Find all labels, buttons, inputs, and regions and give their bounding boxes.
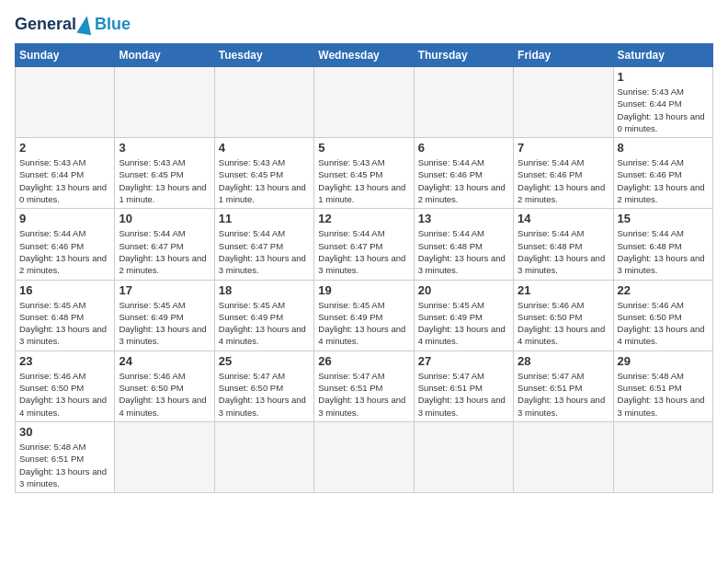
day-info: Sunrise: 5:47 AM Sunset: 6:51 PM Dayligh…: [518, 370, 609, 419]
day-info: Sunrise: 5:44 AM Sunset: 6:46 PM Dayligh…: [19, 227, 110, 276]
calendar-cell: 19Sunrise: 5:45 AM Sunset: 6:49 PM Dayli…: [314, 280, 414, 350]
calendar-cell: 11Sunrise: 5:44 AM Sunset: 6:47 PM Dayli…: [214, 209, 313, 280]
calendar-cell: [414, 67, 513, 138]
calendar-cell: [115, 421, 214, 492]
calendar-cell: 22Sunrise: 5:46 AM Sunset: 6:50 PM Dayli…: [613, 280, 712, 350]
weekday-header-tuesday: Tuesday: [214, 44, 313, 67]
day-info: Sunrise: 5:46 AM Sunset: 6:50 PM Dayligh…: [19, 370, 110, 419]
calendar-cell: [214, 421, 313, 492]
day-number: 22: [618, 283, 709, 297]
day-info: Sunrise: 5:44 AM Sunset: 6:46 PM Dayligh…: [518, 156, 609, 205]
day-number: 5: [318, 141, 409, 155]
day-info: Sunrise: 5:43 AM Sunset: 6:45 PM Dayligh…: [119, 156, 210, 205]
day-info: Sunrise: 5:47 AM Sunset: 6:51 PM Dayligh…: [318, 370, 409, 419]
day-number: 20: [418, 283, 509, 297]
day-number: 25: [219, 354, 310, 368]
day-info: Sunrise: 5:43 AM Sunset: 6:45 PM Dayligh…: [219, 156, 310, 205]
day-info: Sunrise: 5:47 AM Sunset: 6:51 PM Dayligh…: [418, 370, 509, 419]
day-info: Sunrise: 5:43 AM Sunset: 6:44 PM Dayligh…: [19, 156, 110, 205]
calendar-cell: [314, 67, 414, 138]
calendar-cell: [514, 421, 613, 492]
day-number: 19: [318, 283, 409, 297]
weekday-header-thursday: Thursday: [414, 44, 513, 67]
day-number: 9: [19, 212, 110, 225]
day-number: 12: [318, 212, 409, 225]
calendar-cell: 16Sunrise: 5:45 AM Sunset: 6:48 PM Dayli…: [16, 280, 115, 350]
weekday-header-friday: Friday: [514, 44, 613, 67]
day-number: 1: [618, 70, 709, 84]
weekday-header-monday: Monday: [115, 44, 214, 67]
day-number: 6: [418, 141, 509, 155]
calendar-cell: 18Sunrise: 5:45 AM Sunset: 6:49 PM Dayli…: [214, 280, 313, 350]
day-info: Sunrise: 5:44 AM Sunset: 6:47 PM Dayligh…: [119, 227, 210, 276]
day-number: 16: [19, 283, 110, 297]
calendar-cell: 9Sunrise: 5:44 AM Sunset: 6:46 PM Daylig…: [16, 209, 115, 280]
weekday-header-sunday: Sunday: [16, 44, 115, 67]
calendar-cell: 30Sunrise: 5:48 AM Sunset: 6:51 PM Dayli…: [16, 421, 115, 492]
weekday-header-wednesday: Wednesday: [314, 44, 414, 67]
day-info: Sunrise: 5:47 AM Sunset: 6:50 PM Dayligh…: [219, 370, 310, 419]
calendar-cell: 1Sunrise: 5:43 AM Sunset: 6:44 PM Daylig…: [613, 67, 712, 138]
day-number: 29: [618, 354, 709, 368]
day-number: 28: [518, 354, 609, 368]
day-number: 18: [219, 283, 310, 297]
calendar-cell: 15Sunrise: 5:44 AM Sunset: 6:48 PM Dayli…: [613, 209, 712, 280]
day-number: 10: [119, 212, 210, 225]
calendar-cell: 21Sunrise: 5:46 AM Sunset: 6:50 PM Dayli…: [514, 280, 613, 350]
day-number: 23: [19, 354, 110, 368]
calendar-cell: 24Sunrise: 5:46 AM Sunset: 6:50 PM Dayli…: [115, 350, 214, 421]
calendar-cell: [613, 421, 712, 492]
day-number: 26: [318, 354, 409, 368]
calendar-table: SundayMondayTuesdayWednesdayThursdayFrid…: [15, 43, 713, 493]
calendar-cell: 2Sunrise: 5:43 AM Sunset: 6:44 PM Daylig…: [16, 138, 115, 209]
page-header: General Blue: [15, 15, 713, 34]
logo-blue-text: Blue: [95, 15, 131, 34]
day-number: 27: [418, 354, 509, 368]
calendar-cell: 14Sunrise: 5:44 AM Sunset: 6:48 PM Dayli…: [514, 209, 613, 280]
calendar-cell: 8Sunrise: 5:44 AM Sunset: 6:46 PM Daylig…: [613, 138, 712, 209]
day-number: 3: [119, 141, 210, 155]
day-info: Sunrise: 5:43 AM Sunset: 6:45 PM Dayligh…: [318, 156, 409, 205]
calendar-cell: 17Sunrise: 5:45 AM Sunset: 6:49 PM Dayli…: [115, 280, 214, 350]
calendar-cell: [16, 67, 115, 138]
calendar-cell: 28Sunrise: 5:47 AM Sunset: 6:51 PM Dayli…: [514, 350, 613, 421]
day-info: Sunrise: 5:44 AM Sunset: 6:46 PM Dayligh…: [618, 156, 709, 205]
logo-general-text: General: [15, 15, 76, 34]
day-info: Sunrise: 5:45 AM Sunset: 6:49 PM Dayligh…: [219, 299, 310, 348]
calendar-cell: 3Sunrise: 5:43 AM Sunset: 6:45 PM Daylig…: [115, 138, 214, 209]
day-info: Sunrise: 5:44 AM Sunset: 6:48 PM Dayligh…: [518, 227, 609, 276]
calendar-cell: [414, 421, 513, 492]
calendar-cell: 20Sunrise: 5:45 AM Sunset: 6:49 PM Dayli…: [414, 280, 513, 350]
day-number: 15: [618, 212, 709, 225]
day-info: Sunrise: 5:44 AM Sunset: 6:48 PM Dayligh…: [618, 227, 709, 276]
day-info: Sunrise: 5:44 AM Sunset: 6:48 PM Dayligh…: [418, 227, 509, 276]
day-number: 8: [618, 141, 709, 155]
day-number: 13: [418, 212, 509, 225]
logo-area: General Blue: [15, 15, 131, 34]
weekday-header-saturday: Saturday: [613, 44, 712, 67]
calendar-cell: 27Sunrise: 5:47 AM Sunset: 6:51 PM Dayli…: [414, 350, 513, 421]
day-info: Sunrise: 5:44 AM Sunset: 6:46 PM Dayligh…: [418, 156, 509, 205]
day-info: Sunrise: 5:43 AM Sunset: 6:44 PM Dayligh…: [618, 86, 709, 134]
calendar-cell: 26Sunrise: 5:47 AM Sunset: 6:51 PM Dayli…: [314, 350, 414, 421]
day-number: 14: [518, 212, 609, 225]
calendar-cell: [314, 421, 414, 492]
calendar-cell: [514, 67, 613, 138]
calendar-cell: 29Sunrise: 5:48 AM Sunset: 6:51 PM Dayli…: [613, 350, 712, 421]
day-info: Sunrise: 5:48 AM Sunset: 6:51 PM Dayligh…: [618, 370, 709, 419]
calendar-cell: 5Sunrise: 5:43 AM Sunset: 6:45 PM Daylig…: [314, 138, 414, 209]
day-number: 21: [518, 283, 609, 297]
calendar-cell: [214, 67, 313, 138]
day-info: Sunrise: 5:45 AM Sunset: 6:48 PM Dayligh…: [19, 299, 110, 348]
day-number: 4: [219, 141, 310, 155]
day-info: Sunrise: 5:45 AM Sunset: 6:49 PM Dayligh…: [119, 299, 210, 348]
logo-triangle-icon: [76, 14, 94, 34]
calendar-cell: 12Sunrise: 5:44 AM Sunset: 6:47 PM Dayli…: [314, 209, 414, 280]
day-info: Sunrise: 5:48 AM Sunset: 6:51 PM Dayligh…: [19, 441, 110, 489]
day-info: Sunrise: 5:46 AM Sunset: 6:50 PM Dayligh…: [618, 299, 709, 348]
day-info: Sunrise: 5:45 AM Sunset: 6:49 PM Dayligh…: [318, 299, 409, 348]
calendar-cell: 10Sunrise: 5:44 AM Sunset: 6:47 PM Dayli…: [115, 209, 214, 280]
calendar-cell: [115, 67, 214, 138]
day-info: Sunrise: 5:45 AM Sunset: 6:49 PM Dayligh…: [418, 299, 509, 348]
day-info: Sunrise: 5:44 AM Sunset: 6:47 PM Dayligh…: [219, 227, 310, 276]
